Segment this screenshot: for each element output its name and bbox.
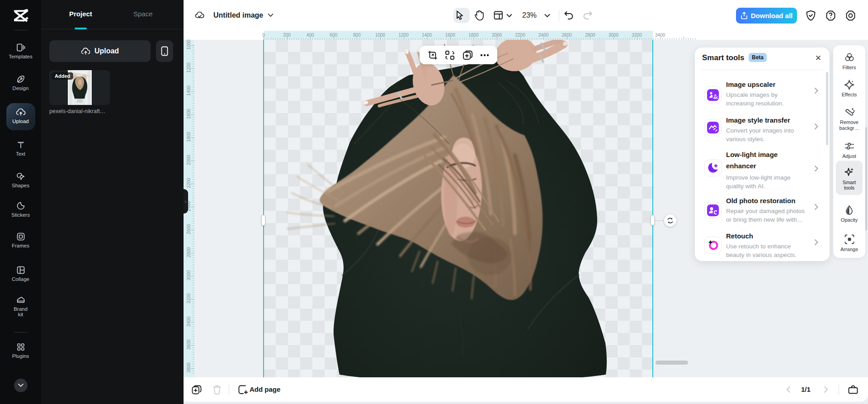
svg-text:4K: 4K <box>713 95 719 100</box>
